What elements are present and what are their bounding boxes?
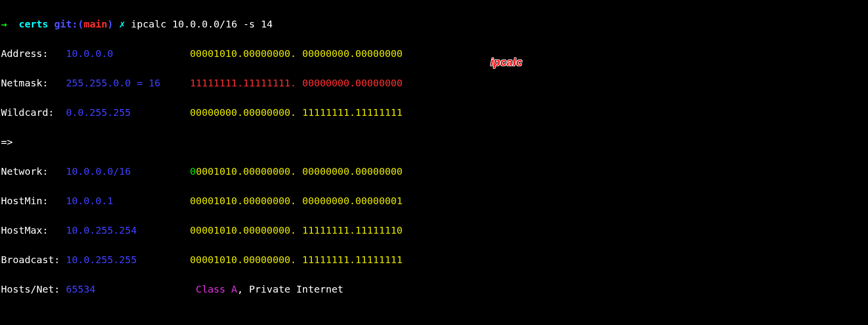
git-suffix: )	[107, 18, 113, 30]
row-broadcast: Broadcast: 10.0.255.255 00001010.0000000…	[1, 252, 868, 267]
row-network: Network: 10.0.0.0/16 00001010.00000000. …	[1, 164, 868, 179]
prompt-dirty-icon: ✗	[119, 18, 125, 30]
row-netmask: Netmask: 255.255.0.0 = 16 11111111.11111…	[1, 76, 868, 90]
row-address: Address: 10.0.0.0 00001010.00000000. 000…	[1, 46, 868, 61]
row-wildcard: Wildcard: 0.0.255.255 00000000.00000000.…	[1, 105, 868, 120]
row-hostsnet: Hosts/Net: 65534 Class A, Private Intern…	[1, 282, 868, 297]
command-text: ipcalc 10.0.0.0/16 -s 14	[131, 18, 273, 30]
prompt-arrow-icon: →	[1, 18, 7, 30]
row-arrow: =>	[1, 135, 868, 149]
terminal-area[interactable]: → certs git:(main) ✗ ipcalc 10.0.0.0/16 …	[0, 0, 868, 325]
prompt-dir: certs	[19, 18, 48, 30]
row-blank	[1, 311, 868, 325]
git-prefix: git:(	[54, 18, 83, 30]
watermark-label: ipcalc	[490, 54, 522, 70]
prompt-line: → certs git:(main) ✗ ipcalc 10.0.0.0/16 …	[1, 17, 868, 31]
row-hostmax: HostMax: 10.0.255.254 00001010.00000000.…	[1, 223, 868, 238]
git-branch: main	[84, 18, 107, 30]
row-hostmin: HostMin: 10.0.0.1 00001010.00000000. 000…	[1, 193, 868, 208]
